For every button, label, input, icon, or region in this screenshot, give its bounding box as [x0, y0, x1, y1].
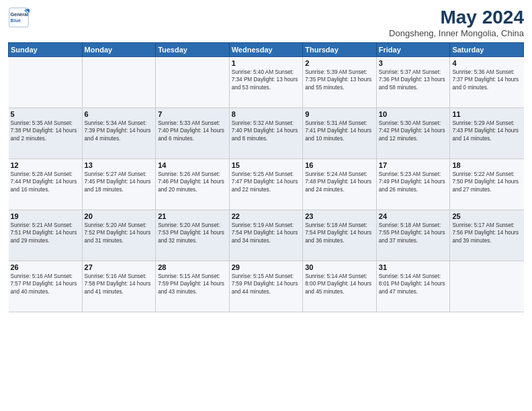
calendar-cell: 7Sunrise: 5:33 AM Sunset: 7:40 PM Daylig… [156, 108, 230, 159]
cell-info: Sunrise: 5:23 AM Sunset: 7:49 PM Dayligh… [379, 171, 448, 193]
day-number: 31 [379, 263, 448, 271]
day-number: 3 [379, 59, 448, 67]
calendar-table: Sunday Monday Tuesday Wednesday Thursday… [8, 42, 524, 312]
day-number: 12 [11, 161, 80, 169]
col-thursday: Thursday [303, 43, 377, 57]
calendar-cell: 23Sunrise: 5:18 AM Sunset: 7:54 PM Dayli… [303, 210, 377, 261]
cell-info: Sunrise: 5:36 AM Sunset: 7:37 PM Dayligh… [452, 68, 521, 91]
day-number: 8 [232, 110, 301, 118]
cell-info: Sunrise: 5:21 AM Sunset: 7:51 PM Dayligh… [11, 222, 80, 244]
calendar-cell: 12Sunrise: 5:28 AM Sunset: 7:44 PM Dayli… [9, 159, 83, 210]
calendar-week-4: 19Sunrise: 5:21 AM Sunset: 7:51 PM Dayli… [9, 210, 524, 261]
day-number: 20 [85, 212, 154, 220]
cell-info: Sunrise: 5:19 AM Sunset: 7:54 PM Dayligh… [232, 222, 301, 244]
day-number: 27 [85, 263, 154, 271]
calendar-subtitle: Dongsheng, Inner Mongolia, China [389, 28, 524, 38]
day-number: 18 [452, 161, 521, 169]
col-monday: Monday [82, 43, 156, 57]
cell-info: Sunrise: 5:20 AM Sunset: 7:53 PM Dayligh… [158, 222, 227, 244]
calendar-cell: 6Sunrise: 5:34 AM Sunset: 7:39 PM Daylig… [82, 108, 156, 159]
day-number: 21 [158, 212, 227, 220]
day-number: 4 [452, 59, 521, 67]
cell-info: Sunrise: 5:37 AM Sunset: 7:36 PM Dayligh… [379, 68, 448, 91]
day-number: 5 [11, 110, 80, 118]
cell-info: Sunrise: 5:31 AM Sunset: 7:41 PM Dayligh… [305, 120, 374, 142]
cell-info: Sunrise: 5:32 AM Sunset: 7:40 PM Dayligh… [232, 120, 301, 142]
col-wednesday: Wednesday [229, 43, 303, 57]
cell-info: Sunrise: 5:24 AM Sunset: 7:48 PM Dayligh… [305, 171, 374, 193]
cell-info: Sunrise: 5:16 AM Sunset: 7:57 PM Dayligh… [11, 273, 80, 295]
calendar-cell: 28Sunrise: 5:15 AM Sunset: 7:59 PM Dayli… [156, 261, 230, 312]
calendar-cell [82, 57, 156, 108]
day-number: 30 [305, 263, 374, 271]
header: General Blue May 2024 Dongsheng, Inner M… [8, 7, 524, 38]
day-number: 13 [85, 161, 154, 169]
calendar-cell: 10Sunrise: 5:30 AM Sunset: 7:42 PM Dayli… [376, 108, 450, 159]
cell-info: Sunrise: 5:33 AM Sunset: 7:40 PM Dayligh… [158, 120, 227, 142]
calendar-cell: 14Sunrise: 5:26 AM Sunset: 7:46 PM Dayli… [156, 159, 230, 210]
header-row: Sunday Monday Tuesday Wednesday Thursday… [9, 43, 524, 57]
cell-info: Sunrise: 5:28 AM Sunset: 7:44 PM Dayligh… [11, 171, 80, 193]
calendar-cell: 8Sunrise: 5:32 AM Sunset: 7:40 PM Daylig… [229, 108, 303, 159]
cell-info: Sunrise: 5:15 AM Sunset: 7:59 PM Dayligh… [158, 273, 227, 295]
cell-info: Sunrise: 5:14 AM Sunset: 8:00 PM Dayligh… [305, 273, 374, 295]
calendar-cell: 2Sunrise: 5:39 AM Sunset: 7:35 PM Daylig… [303, 57, 377, 108]
calendar-cell: 19Sunrise: 5:21 AM Sunset: 7:51 PM Dayli… [9, 210, 83, 261]
cell-info: Sunrise: 5:18 AM Sunset: 7:54 PM Dayligh… [305, 222, 374, 244]
svg-text:Blue: Blue [11, 18, 21, 24]
calendar-cell [156, 57, 230, 108]
day-number: 23 [305, 212, 374, 220]
col-tuesday: Tuesday [156, 43, 230, 57]
day-number: 25 [452, 212, 521, 220]
calendar-cell: 13Sunrise: 5:27 AM Sunset: 7:45 PM Dayli… [82, 159, 156, 210]
day-number: 15 [232, 161, 301, 169]
calendar-cell: 18Sunrise: 5:22 AM Sunset: 7:50 PM Dayli… [450, 159, 524, 210]
day-number: 26 [11, 263, 80, 271]
cell-info: Sunrise: 5:15 AM Sunset: 7:59 PM Dayligh… [232, 273, 301, 295]
cell-info: Sunrise: 5:27 AM Sunset: 7:45 PM Dayligh… [85, 171, 154, 193]
day-number: 19 [11, 212, 80, 220]
cell-info: Sunrise: 5:14 AM Sunset: 8:01 PM Dayligh… [379, 273, 448, 295]
calendar-cell [9, 57, 83, 108]
day-number: 22 [232, 212, 301, 220]
calendar-cell: 26Sunrise: 5:16 AM Sunset: 7:57 PM Dayli… [9, 261, 83, 312]
col-friday: Friday [376, 43, 450, 57]
calendar-cell: 9Sunrise: 5:31 AM Sunset: 7:41 PM Daylig… [303, 108, 377, 159]
day-number: 9 [305, 110, 374, 118]
day-number: 29 [232, 263, 301, 271]
day-number: 11 [452, 110, 521, 118]
calendar-title: May 2024 [389, 7, 524, 28]
calendar-week-5: 26Sunrise: 5:16 AM Sunset: 7:57 PM Dayli… [9, 261, 524, 312]
calendar-cell: 1Sunrise: 5:40 AM Sunset: 7:34 PM Daylig… [229, 57, 303, 108]
calendar-cell: 4Sunrise: 5:36 AM Sunset: 7:37 PM Daylig… [450, 57, 524, 108]
cell-info: Sunrise: 5:26 AM Sunset: 7:46 PM Dayligh… [158, 171, 227, 193]
cell-info: Sunrise: 5:39 AM Sunset: 7:35 PM Dayligh… [305, 68, 374, 91]
calendar-cell: 27Sunrise: 5:16 AM Sunset: 7:58 PM Dayli… [82, 261, 156, 312]
cell-info: Sunrise: 5:25 AM Sunset: 7:47 PM Dayligh… [232, 171, 301, 193]
day-number: 16 [305, 161, 374, 169]
calendar-cell: 11Sunrise: 5:29 AM Sunset: 7:43 PM Dayli… [450, 108, 524, 159]
calendar-cell: 24Sunrise: 5:18 AM Sunset: 7:55 PM Dayli… [376, 210, 450, 261]
calendar-cell: 5Sunrise: 5:35 AM Sunset: 7:38 PM Daylig… [9, 108, 83, 159]
cell-info: Sunrise: 5:35 AM Sunset: 7:38 PM Dayligh… [11, 120, 80, 142]
calendar-cell: 30Sunrise: 5:14 AM Sunset: 8:00 PM Dayli… [303, 261, 377, 312]
day-number: 17 [379, 161, 448, 169]
cell-info: Sunrise: 5:29 AM Sunset: 7:43 PM Dayligh… [452, 120, 521, 142]
title-block: May 2024 Dongsheng, Inner Mongolia, Chin… [389, 7, 524, 38]
day-number: 14 [158, 161, 227, 169]
calendar-cell: 17Sunrise: 5:23 AM Sunset: 7:49 PM Dayli… [376, 159, 450, 210]
calendar-cell: 31Sunrise: 5:14 AM Sunset: 8:01 PM Dayli… [376, 261, 450, 312]
calendar-cell: 20Sunrise: 5:20 AM Sunset: 7:52 PM Dayli… [82, 210, 156, 261]
cell-info: Sunrise: 5:16 AM Sunset: 7:58 PM Dayligh… [85, 273, 154, 295]
day-number: 10 [379, 110, 448, 118]
day-number: 7 [158, 110, 227, 118]
calendar-week-1: 1Sunrise: 5:40 AM Sunset: 7:34 PM Daylig… [9, 57, 524, 108]
calendar-cell: 15Sunrise: 5:25 AM Sunset: 7:47 PM Dayli… [229, 159, 303, 210]
calendar-cell [450, 261, 524, 312]
cell-info: Sunrise: 5:40 AM Sunset: 7:34 PM Dayligh… [232, 68, 301, 91]
cell-info: Sunrise: 5:34 AM Sunset: 7:39 PM Dayligh… [85, 120, 154, 142]
day-number: 1 [232, 59, 301, 67]
col-saturday: Saturday [450, 43, 524, 57]
cell-info: Sunrise: 5:18 AM Sunset: 7:55 PM Dayligh… [379, 222, 448, 244]
calendar-cell: 29Sunrise: 5:15 AM Sunset: 7:59 PM Dayli… [229, 261, 303, 312]
